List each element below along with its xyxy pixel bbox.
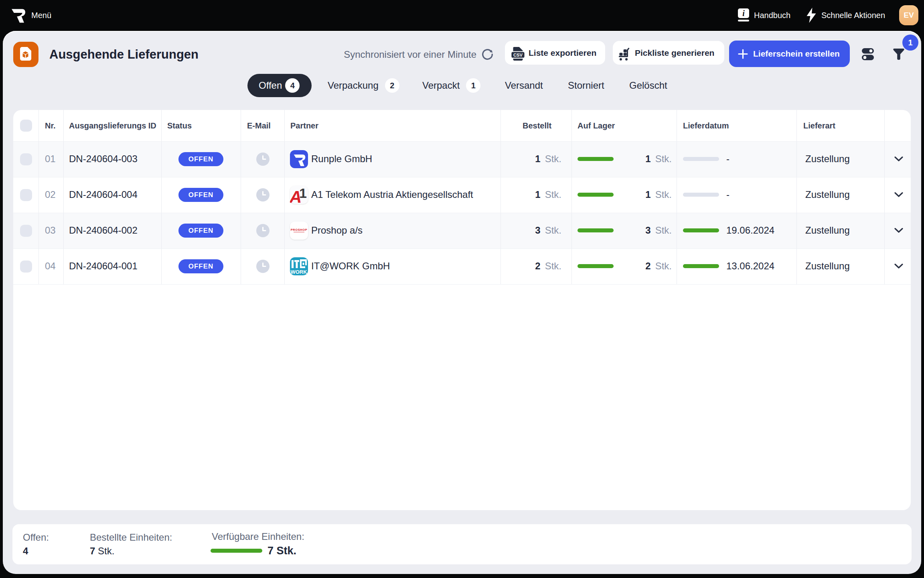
- svg-text:i: i: [742, 9, 745, 18]
- svg-text:CSV: CSV: [513, 53, 523, 57]
- svg-text:WORK: WORK: [291, 269, 307, 275]
- svg-text:PROSHOP: PROSHOP: [291, 228, 308, 232]
- svg-text:1: 1: [299, 186, 307, 201]
